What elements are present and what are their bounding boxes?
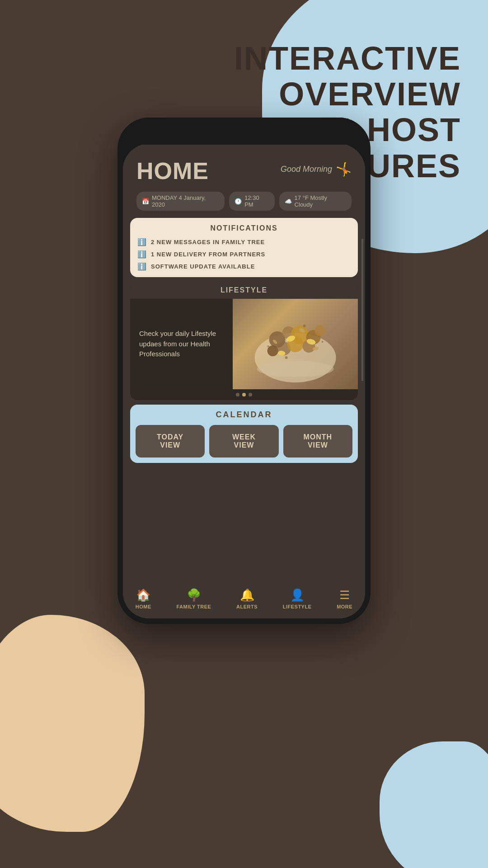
- notif-text-3: SOFTWARE UPDATE AVAILABLE: [151, 263, 255, 270]
- calendar-card: CALENDAR TODAYVIEW WEEKVIEW MONTHVIEW: [130, 405, 358, 463]
- lifestyle-image: [233, 299, 358, 389]
- month-view-button[interactable]: MONTHVIEW: [283, 425, 352, 458]
- app-title: HOME: [136, 157, 209, 184]
- date-pill: 📅 MONDAY 4 January, 2020: [136, 192, 225, 211]
- notification-list: ℹ️ 2 NEW MESSAGES IN FAMILY TREE ℹ️ 1 NE…: [137, 238, 351, 271]
- info-icon-3: ℹ️: [137, 262, 146, 271]
- header-top: HOME Good Morning 🤸: [136, 157, 352, 184]
- blob-bottom-left: [0, 615, 145, 832]
- nav-item-alerts[interactable]: 🔔 ALERTS: [236, 588, 258, 609]
- greeting-area: Good Morning 🤸: [281, 162, 352, 177]
- svg-point-16: [303, 325, 305, 327]
- lifestyle-nav-icon: 👤: [290, 588, 305, 602]
- week-view-button[interactable]: WEEKVIEW: [209, 425, 278, 458]
- lifestyle-title: LIFESTYLE: [221, 286, 267, 294]
- lifestyle-content: Check your daily Lifestyle updaes from o…: [130, 299, 358, 389]
- home-nav-label: HOME: [136, 604, 151, 609]
- family-tree-nav-icon: 🌳: [187, 588, 201, 602]
- more-nav-label: MORE: [337, 604, 352, 609]
- app-header: HOME Good Morning 🤸 📅 MONDAY 4 January, …: [123, 144, 365, 218]
- notification-item-3: ℹ️ SOFTWARE UPDATE AVAILABLE: [137, 262, 351, 271]
- home-nav-icon: 🏠: [136, 588, 150, 602]
- weather-pill: ☁️ 17 °F Mostly Cloudy: [279, 192, 352, 211]
- app-content: HOME Good Morning 🤸 📅 MONDAY 4 January, …: [123, 144, 365, 618]
- notification-item-2: ℹ️ 1 NEW DELIVERY FROM PARTNERS: [137, 250, 351, 259]
- lifestyle-card: LIFESTYLE Check your daily Lifestyle upd…: [130, 282, 358, 400]
- phone-mockup: HOME Good Morning 🤸 📅 MONDAY 4 January, …: [117, 118, 371, 624]
- greeting-text: Good Morning: [281, 165, 332, 174]
- lifestyle-nav-label: LIFESTYLE: [283, 604, 312, 609]
- food-illustration: [233, 299, 358, 389]
- dot-3: [249, 393, 252, 396]
- blob-bottom-right: [380, 741, 488, 868]
- alerts-nav-label: ALERTS: [236, 604, 258, 609]
- nav-item-lifestyle[interactable]: 👤 LIFESTYLE: [283, 588, 312, 609]
- calendar-icon: 📅: [142, 198, 149, 205]
- notifications-title: NOTIFICATIONS: [137, 224, 351, 232]
- alerts-nav-icon: 🔔: [240, 588, 254, 602]
- nav-item-more[interactable]: ☰ MORE: [337, 588, 352, 609]
- phone-frame: HOME Good Morning 🤸 📅 MONDAY 4 January, …: [117, 118, 371, 624]
- phone-screen: HOME Good Morning 🤸 📅 MONDAY 4 January, …: [123, 144, 365, 618]
- weather-icon: ☁️: [285, 198, 292, 205]
- calendar-title: CALENDAR: [136, 410, 352, 420]
- bottom-navigation: 🏠 HOME 🌳 FAMILY TREE 🔔 ALERTS 👤 LIFESTYL…: [123, 583, 365, 618]
- header-info-bar: 📅 MONDAY 4 January, 2020 🕐 12:30 PM ☁️ 1…: [136, 192, 352, 211]
- dot-1: [236, 393, 239, 396]
- calendar-buttons: TODAYVIEW WEEKVIEW MONTHVIEW: [136, 425, 352, 458]
- notifications-card: NOTIFICATIONS ℹ️ 2 NEW MESSAGES IN FAMIL…: [130, 218, 358, 277]
- svg-point-5: [314, 325, 325, 336]
- time-text: 12:30 PM: [244, 194, 269, 208]
- lifestyle-header: LIFESTYLE: [130, 282, 358, 299]
- svg-point-18: [267, 345, 269, 347]
- today-view-button[interactable]: TODAYVIEW: [136, 425, 205, 458]
- weather-text: 17 °F Mostly Cloudy: [295, 194, 346, 208]
- svg-point-20: [257, 361, 333, 377]
- svg-point-17: [321, 341, 323, 343]
- phone-notch-area: [117, 118, 371, 145]
- notification-item-1: ℹ️ 2 NEW MESSAGES IN FAMILY TREE: [137, 238, 351, 246]
- svg-point-19: [285, 356, 287, 359]
- nav-item-family-tree[interactable]: 🌳 FAMILY TREE: [176, 588, 211, 609]
- more-nav-icon: ☰: [339, 588, 350, 602]
- nav-item-home[interactable]: 🏠 HOME: [136, 588, 151, 609]
- lifestyle-text-area: Check your daily Lifestyle updaes from o…: [130, 299, 233, 389]
- family-tree-nav-label: FAMILY TREE: [176, 604, 211, 609]
- date-text: MONDAY 4 January, 2020: [152, 194, 219, 208]
- greeting-icon: 🤸: [336, 162, 352, 177]
- time-pill: 🕐 12:30 PM: [229, 192, 274, 211]
- info-icon-1: ℹ️: [137, 238, 146, 246]
- lifestyle-dots: [130, 389, 358, 400]
- svg-point-9: [267, 345, 278, 356]
- dot-2: [242, 393, 246, 396]
- scrollbar: [361, 239, 363, 381]
- clock-icon: 🕐: [235, 198, 242, 205]
- info-icon-2: ℹ️: [137, 250, 146, 259]
- phone-notch: [208, 124, 280, 138]
- lifestyle-description: Check your daily Lifestyle updaes from o…: [139, 329, 224, 359]
- notif-text-2: 1 NEW DELIVERY FROM PARTNERS: [151, 251, 265, 258]
- notif-text-1: 2 NEW MESSAGES IN FAMILY TREE: [151, 239, 265, 245]
